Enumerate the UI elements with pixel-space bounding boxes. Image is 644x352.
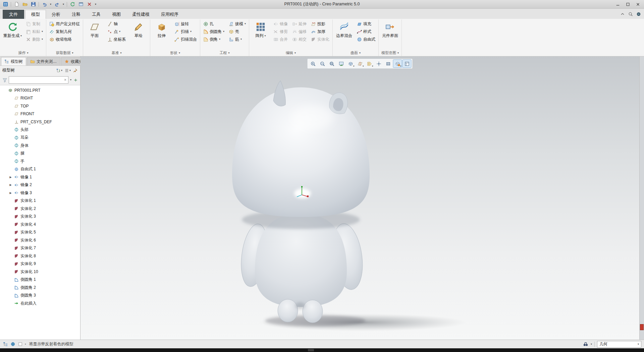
solidify-button[interactable]: 实体化 — [309, 36, 331, 43]
intersect-button[interactable]: 相交 — [290, 36, 308, 43]
udf-button[interactable]: 用户定义特征 — [48, 20, 82, 28]
trim-button[interactable]: 修剪 — [272, 28, 289, 35]
tab-工具[interactable]: 工具 — [86, 10, 106, 19]
extend-button[interactable]: 延伸 — [290, 20, 308, 28]
extrude-button[interactable]: 拉伸 — [152, 20, 172, 39]
tree-item[interactable]: 实体化 3 — [0, 213, 80, 221]
redo-dropdown-icon[interactable]: ▾ — [61, 3, 65, 6]
thicken-button[interactable]: 加厚 — [309, 28, 331, 35]
zoom-out-button[interactable] — [318, 59, 327, 68]
zoom-in-button[interactable] — [309, 59, 318, 68]
tree-item[interactable]: 倒圆角 3 — [0, 292, 80, 300]
save-button[interactable] — [29, 1, 37, 8]
group-label-工程[interactable]: 工程▾ — [202, 50, 248, 56]
graphics-area[interactable]: ▾▾▾▾ — [80, 56, 639, 340]
tab-应用程序[interactable]: 应用程序 — [155, 10, 184, 19]
mirror-button[interactable]: 镜像 — [272, 20, 289, 28]
datum-display-button[interactable]: ▾ — [356, 59, 365, 68]
tree-item[interactable]: 实体化 4 — [0, 221, 80, 229]
close-button[interactable] — [633, 1, 643, 8]
tree-item[interactable]: RIGHT — [0, 94, 80, 102]
sketch-button[interactable]: 草绘 — [128, 20, 149, 39]
project-button[interactable]: 投影 — [309, 20, 331, 28]
display-options-button[interactable]: ▾ — [64, 68, 71, 73]
tree-item[interactable]: PRT0001.PRT — [0, 86, 80, 94]
tree-item[interactable]: ▶镜像 3 — [0, 189, 80, 197]
group-label-编辑[interactable]: 编辑▾ — [251, 50, 331, 56]
tab-模型[interactable]: 模型 — [25, 10, 46, 19]
group-label-曲面[interactable]: 曲面▾ — [334, 50, 377, 56]
tree-item[interactable]: 实体化 7 — [0, 244, 80, 252]
app-button[interactable] — [1, 1, 9, 8]
component-interface-button[interactable]: 元件界面 — [380, 20, 400, 39]
regenerate-button[interactable] — [68, 1, 76, 8]
tree-filter-input[interactable] — [11, 78, 63, 82]
style-button[interactable]: 样式 — [355, 28, 377, 35]
find-dropdown-icon[interactable]: ▾ — [591, 343, 592, 346]
customize-toolbar-icon[interactable]: ▾ — [94, 3, 98, 6]
filter-dropdown-button[interactable]: ▾ — [70, 78, 72, 82]
group-label-操作[interactable]: 操作▾ — [2, 50, 45, 56]
tree-item[interactable]: 实体化 9 — [0, 260, 80, 268]
refit-button[interactable] — [327, 59, 336, 68]
new-file-button[interactable] — [12, 1, 20, 8]
tree-item[interactable]: PRT_CSYS_DEF — [0, 118, 80, 126]
freestyle-button[interactable]: 自由式 — [355, 36, 377, 43]
boundary-blend-button[interactable]: 边界混合 — [334, 20, 354, 39]
tree-item[interactable]: 头部 — [0, 126, 80, 134]
find-icon[interactable] — [583, 342, 588, 347]
copy-geometry-button[interactable]: 复制几何 — [48, 28, 82, 35]
pin-button[interactable] — [72, 68, 78, 73]
web-browser-button[interactable] — [10, 341, 16, 347]
plane-button[interactable]: 平面 — [85, 20, 105, 39]
expander-icon[interactable]: ▶ — [9, 176, 12, 179]
undo-button[interactable] — [40, 1, 48, 8]
tree-item[interactable]: 实体化 1 — [0, 197, 80, 205]
rib-button[interactable]: 筋▾ — [227, 36, 248, 43]
repaint-button[interactable] — [337, 59, 346, 68]
tree-item[interactable]: 实体化 8 — [0, 252, 80, 260]
tree-item[interactable]: ▶镜像 1 — [0, 173, 80, 181]
tree-item[interactable]: 实体化 2 — [0, 205, 80, 213]
panel-tab-folder[interactable]: 文件夹浏览器 — [27, 57, 60, 65]
group-label-获取数据[interactable]: 获取数据▾ — [48, 50, 82, 56]
chamfer-button[interactable]: 倒角▾ — [202, 36, 226, 43]
shell-button[interactable]: 壳 — [227, 28, 248, 35]
tree-item[interactable]: 耳朵 — [0, 134, 80, 142]
delete-button[interactable]: 删除▾ — [24, 36, 45, 43]
expander-icon[interactable]: ▶ — [9, 191, 12, 194]
pattern-button[interactable]: 阵列▾ — [251, 20, 271, 39]
draft-button[interactable]: 拔模▾ — [227, 20, 248, 28]
paste-button[interactable]: 粘贴▾ — [24, 28, 45, 35]
clear-filter-icon[interactable]: × — [64, 78, 66, 82]
spin-center-button[interactable] — [374, 59, 383, 68]
regenerate-button[interactable]: 重新生成▾ — [2, 20, 23, 39]
tab-分析[interactable]: 分析 — [46, 10, 66, 19]
tab-柔性建模[interactable]: 柔性建模 — [126, 10, 155, 19]
point-button[interactable]: 点▾ — [106, 28, 127, 35]
tree-item[interactable]: 实体化 10 — [0, 268, 80, 276]
merge-button[interactable]: 合并 — [272, 36, 289, 43]
open-button[interactable] — [21, 1, 29, 8]
tree-item[interactable]: 倒圆角 2 — [0, 284, 80, 292]
tree-item[interactable]: 腿 — [0, 149, 80, 158]
undo-dropdown-icon[interactable]: ▾ — [49, 3, 53, 6]
shrinkwrap-button[interactable]: 收缩包络 — [48, 36, 82, 43]
tree-item[interactable]: TOP — [0, 102, 80, 110]
sweep-button[interactable]: 扫描▾ — [173, 28, 199, 35]
panel-tab-model-tree[interactable]: 模型树 — [1, 57, 26, 65]
expander-icon[interactable]: ▶ — [9, 183, 12, 186]
selection-filter-combo[interactable]: 几何 ▾ — [597, 341, 641, 348]
tree-item[interactable]: 身体 — [0, 142, 80, 150]
offset-button[interactable]: 偏移 — [290, 28, 308, 35]
selection-buffer-button[interactable] — [17, 341, 23, 347]
close-window-button[interactable] — [85, 1, 93, 8]
saved-orientations-button[interactable]: ▾ — [393, 59, 402, 68]
add-filter-button[interactable] — [73, 78, 78, 83]
group-label-模型意图[interactable]: 模型意图▾ — [380, 50, 400, 56]
tree-item[interactable]: 自由式 1 — [0, 165, 80, 173]
view-manager-button[interactable] — [402, 59, 412, 68]
hole-button[interactable]: 孔 — [202, 20, 226, 28]
session-status-button[interactable] — [636, 11, 641, 17]
tree-item[interactable]: 手 — [0, 158, 80, 166]
